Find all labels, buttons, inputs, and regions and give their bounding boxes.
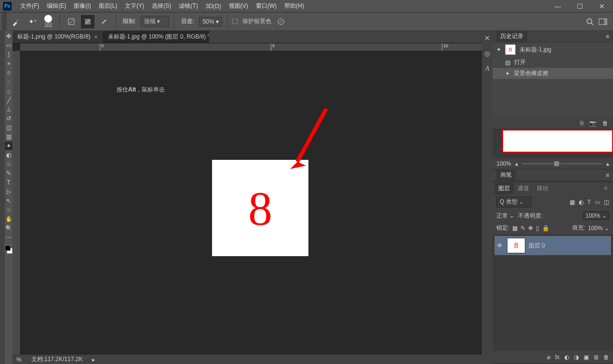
marquee-tool[interactable]: ▭	[5, 41, 13, 50]
eraser-tool[interactable]: ◫	[5, 123, 13, 132]
direct-select-tool[interactable]: ↖	[5, 196, 13, 205]
zoom-percent[interactable]: %	[16, 356, 22, 363]
pressure-icon[interactable]	[274, 15, 288, 28]
hand-tool[interactable]: ✋	[5, 215, 13, 223]
dodge-tool[interactable]: ○	[5, 160, 13, 169]
visibility-icon[interactable]: 👁	[497, 242, 504, 249]
more-tools[interactable]: ⋯	[5, 233, 13, 242]
pen-tool[interactable]: ✎	[5, 169, 13, 178]
layers-tab[interactable]: 图层	[494, 182, 514, 195]
minimize-button[interactable]: —	[546, 0, 569, 13]
zoom-value[interactable]: 100%	[496, 160, 511, 167]
menu-text[interactable]: 文字(Y)	[121, 0, 148, 12]
blur-tool[interactable]: ◐	[5, 151, 13, 159]
filter-type-icon[interactable]: T	[587, 199, 591, 206]
brush-tool[interactable]: ╱	[5, 96, 13, 104]
history-item-0[interactable]: ▤ 打开	[493, 57, 613, 68]
brush-tab[interactable]: 画笔	[496, 169, 516, 181]
zoom-out-icon[interactable]: ▴	[515, 160, 518, 167]
adjustment-icon[interactable]: ◑	[574, 354, 579, 361]
channels-tab[interactable]: 通道	[514, 182, 533, 195]
status-chevron-icon[interactable]: ▸	[92, 356, 95, 363]
blend-mode-select[interactable]: 正常 ⌄	[496, 212, 514, 220]
mask-icon[interactable]: ◐	[564, 354, 569, 361]
lock-paint-icon[interactable]: ✎	[520, 225, 525, 232]
history-item-1[interactable]: ✦ 背景色橡皮擦	[493, 68, 613, 79]
new-doc-icon[interactable]: ⎘	[580, 120, 584, 127]
maximize-button[interactable]: ☐	[569, 0, 591, 13]
move-tool[interactable]: ✥	[5, 32, 13, 40]
menu-view[interactable]: 视图(V)	[225, 0, 252, 12]
layer-name[interactable]: 图层 0	[529, 242, 545, 250]
tab-1[interactable]: 未标题-1.jpg @ 100% (图层 0, RGB/8) * ×	[103, 31, 209, 43]
history-tab[interactable]: 历史记录	[496, 30, 527, 42]
path-tool[interactable]: ▷	[5, 187, 13, 196]
navigator-preview[interactable]	[502, 130, 613, 153]
collapsed-panel-gutter[interactable]	[0, 31, 5, 364]
menu-edit[interactable]: 编辑(E)	[43, 0, 70, 12]
fill-value[interactable]: 100% ⌄	[588, 225, 609, 232]
filter-smart-icon[interactable]: ◫	[604, 199, 609, 206]
paths-tab[interactable]: 路径	[533, 182, 552, 195]
menu-help[interactable]: 帮助(H)	[280, 0, 308, 12]
eyedropper-tool[interactable]: ⟋	[5, 78, 13, 86]
history-brush-tool[interactable]: ↺	[5, 114, 13, 123]
sparkle-icon[interactable]: ✦⁺	[26, 15, 40, 28]
lasso-tool[interactable]: ⟆	[5, 50, 13, 59]
lock-trans-icon[interactable]: ▦	[512, 225, 518, 232]
history-snapshot[interactable]: ✦ 8 未标题-1.jpg	[493, 42, 613, 57]
sample-icon-3[interactable]	[97, 15, 111, 28]
workspace-icon[interactable]	[599, 18, 607, 25]
filter-adjust-icon[interactable]: ◐	[579, 199, 584, 206]
delete-layer-icon[interactable]: 🗑	[603, 354, 609, 361]
menu-filter[interactable]: 滤镜(T)	[175, 0, 201, 12]
tolerance-input[interactable]: 50% ▾	[199, 17, 222, 26]
cloud-icon[interactable]: ◎	[483, 49, 492, 58]
panel-menu-icon[interactable]: ≡	[600, 183, 611, 194]
shape-tool[interactable]: ○	[5, 206, 13, 214]
tab-0-close-icon[interactable]: ×	[94, 34, 98, 40]
filter-shape-icon[interactable]: ▭	[595, 199, 600, 206]
canvas[interactable]: 8 按住Alt，鼠标单击	[20, 51, 482, 354]
healing-tool[interactable]: ⍜	[5, 87, 13, 95]
zoom-slider[interactable]	[554, 161, 559, 166]
menu-image[interactable]: 图像(I)	[70, 0, 94, 12]
search-icon[interactable]	[586, 18, 594, 26]
lock-artboard-icon[interactable]: ▯	[536, 225, 539, 232]
menu-window[interactable]: 窗口(W)	[252, 0, 280, 12]
character-icon[interactable]: A	[483, 65, 492, 73]
zoom-tool[interactable]: 🔍	[5, 224, 13, 233]
stamp-tool[interactable]: ⊥	[5, 105, 13, 114]
menu-file[interactable]: 文件(F)	[16, 0, 43, 12]
quick-select-tool[interactable]: ⌖	[5, 59, 13, 68]
type-tool[interactable]: T	[5, 178, 13, 187]
opacity-value[interactable]: 100% ⌄	[583, 211, 609, 220]
sample-icon-2[interactable]	[81, 15, 94, 28]
panel-menu-icon[interactable]: ≡	[606, 172, 609, 179]
trash-icon[interactable]: 🗑	[602, 120, 608, 127]
lock-all-icon[interactable]: 🔒	[542, 225, 549, 232]
layer-item-0[interactable]: 👁 8 图层 0	[494, 236, 611, 255]
bg-eraser-tool[interactable]: ✦	[5, 142, 13, 150]
brush-size-picker[interactable]: 101	[44, 15, 53, 28]
layer-thumb[interactable]: 8	[507, 238, 525, 253]
menu-layer[interactable]: 图层(L)	[95, 0, 121, 12]
gradient-tool[interactable]: ▥	[5, 132, 13, 141]
panel-menu-icon[interactable]: ≡	[606, 33, 609, 40]
menu-3d[interactable]: 3D(D)	[202, 1, 225, 12]
close-button[interactable]: ✕	[591, 0, 613, 13]
tab-0[interactable]: 标题-1.png @ 100%(RGB/8) ×	[13, 31, 103, 43]
protect-fg-checkbox[interactable]	[232, 19, 238, 24]
color-swatches[interactable]	[5, 244, 13, 258]
limit-select[interactable]: 连续 ▾	[141, 16, 169, 27]
group-icon[interactable]: ▣	[584, 354, 589, 361]
camera-icon[interactable]: 📷	[589, 120, 597, 127]
lock-pos-icon[interactable]: ✥	[528, 225, 533, 232]
layer-filter-select[interactable]: Q 类型 ⌄	[496, 196, 532, 208]
fx-icon[interactable]: fx	[555, 354, 560, 361]
menu-select[interactable]: 选择(S)	[148, 0, 175, 12]
sample-icon-1[interactable]	[65, 15, 78, 28]
wrench-icon[interactable]: ✕	[483, 34, 492, 42]
link-icon[interactable]: ⌀	[547, 354, 550, 361]
new-layer-icon[interactable]: ⊞	[594, 354, 599, 361]
